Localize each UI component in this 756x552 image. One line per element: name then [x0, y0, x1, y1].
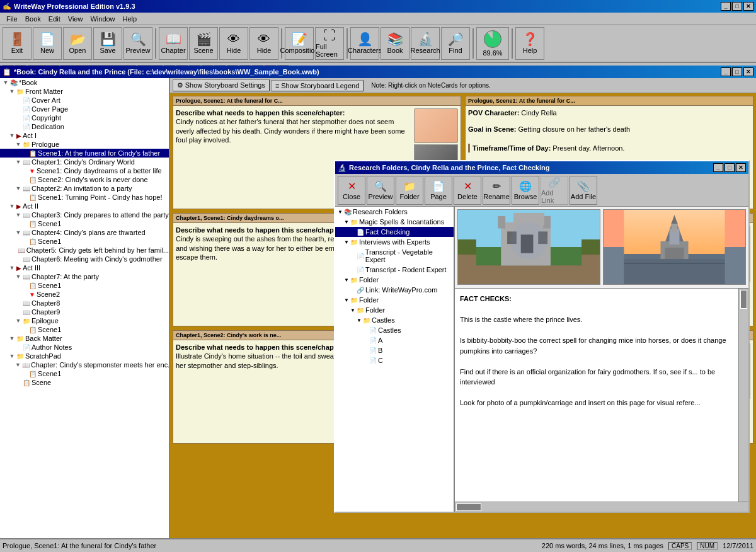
rt-item-folder1[interactable]: ▼ 📁 Folder	[335, 275, 454, 285]
research-minimize-button[interactable]: _	[713, 163, 723, 172]
hide2-button[interactable]: 👁 Hide	[249, 27, 278, 60]
menu-file[interactable]: File	[3, 14, 21, 24]
rt-item-folder2[interactable]: ▼ 📁 Folder	[335, 295, 454, 305]
scene-button[interactable]: 🎬 Scene	[189, 27, 218, 60]
help-button[interactable]: ❓ Help	[515, 27, 544, 60]
menu-view[interactable]: View	[64, 14, 87, 24]
fullscreen-button[interactable]: ⛶ Full Screen	[315, 27, 344, 60]
rt-item-interviews[interactable]: ▼ 📁 Interviews with Experts	[335, 237, 454, 247]
research-preview-btn[interactable]: 🔍 Preview	[367, 176, 394, 205]
research-maximize-button[interactable]: □	[724, 163, 735, 172]
tree-item-act2[interactable]: ▼ ▶ Act II	[0, 202, 169, 210]
menu-help[interactable]: Help	[119, 14, 141, 24]
tree-item-act3[interactable]: ▼ ▶ Act III	[0, 263, 169, 272]
rt-item-link[interactable]: 🔗 Link: WriteWayPro.com	[335, 285, 454, 295]
tree-item-ch4[interactable]: ▼ 📖 Chapter4: Cindy's plans are thwarted	[0, 228, 169, 237]
save-button[interactable]: 💾 Save	[93, 27, 122, 60]
rt-item-magic[interactable]: ▼ 📁 Magic Spells & Incantations	[335, 217, 454, 227]
tree-item-epilogue[interactable]: ▼ 📁 Epilogue	[0, 316, 169, 325]
tree-item-ch6[interactable]: 📖 Chapter6: Meeting with Cindy's godmoth…	[0, 255, 169, 263]
tree-item-prologue[interactable]: ▼ 📁 Prologue	[0, 140, 169, 149]
tree-item-ch1[interactable]: ▼ 📖 Chapter1: Cindy's Ordinary World	[0, 158, 169, 166]
chapter-button[interactable]: 📖 Chapter	[159, 27, 188, 60]
toolbar-separator-5	[512, 28, 513, 59]
exit-button[interactable]: 🚪 Exit	[3, 27, 32, 60]
open-button[interactable]: 📂 Open	[63, 27, 92, 60]
rt-item-c[interactable]: 📄 C	[335, 355, 454, 365]
tree-item-ch9[interactable]: 📖 Chapter9	[0, 308, 169, 316]
research-text-content[interactable]: FACT CHECKS: This is the castle where th…	[455, 289, 738, 502]
rt-item-root[interactable]: ▼ 📚 Research Folders	[335, 207, 454, 217]
tree-item-copyright[interactable]: 📄 Copyright	[0, 113, 169, 122]
characters-button[interactable]: 👤 Characters	[350, 27, 379, 60]
book-button[interactable]: 📚 Book	[381, 27, 410, 60]
tree-item-sp-scene[interactable]: 📋 Scene	[0, 378, 169, 387]
rt-item-folder3[interactable]: ▼ 📁 Folder	[335, 305, 454, 315]
minimize-button[interactable]: _	[721, 2, 731, 11]
menu-book[interactable]: Book	[21, 14, 45, 24]
close-button[interactable]: ✕	[743, 2, 753, 11]
tree-item-ch1-s2[interactable]: 📋 Scene2: Cindy's work is never done	[0, 175, 169, 184]
rt-item-b[interactable]: 📄 B	[335, 345, 454, 355]
hide1-button[interactable]: 👁 Hide	[219, 27, 248, 60]
tree-item-coverpage[interactable]: 📄 Cover Page	[0, 105, 169, 113]
rt-item-a[interactable]: 📄 A	[335, 335, 454, 345]
tree-item-ch3[interactable]: ▼ 📖 Chapter3: Cindy prepares to attend t…	[0, 210, 169, 219]
research-delete-btn[interactable]: ✕ Delete	[454, 176, 481, 205]
tree-item-ch4-s1[interactable]: 📋 Scene1	[0, 237, 169, 246]
doc-minimize-button[interactable]: _	[721, 67, 731, 76]
tree-item-ch7-s2[interactable]: ▼ Scene2	[0, 290, 169, 299]
research-close-button[interactable]: ✕	[736, 163, 746, 172]
show-settings-button[interactable]: ⚙ Show Storyboard Settings	[173, 79, 270, 91]
tree-item-ch2[interactable]: ▼ 📖 Chapter2: An invitation to a party	[0, 184, 169, 193]
new-button[interactable]: 📄 New	[33, 27, 62, 60]
properties-label: 89.6%	[483, 49, 502, 57]
tree-item-ep-s1[interactable]: 📋 Scene1	[0, 325, 169, 334]
tree-item-ch3-s1[interactable]: 📋 Scene1	[0, 219, 169, 228]
research-vertical-scrollbar[interactable]	[738, 289, 748, 502]
tree-item-scratchpad[interactable]: ▼ 📁 ScratchPad	[0, 352, 169, 360]
properties-button[interactable]: 89.6%	[476, 27, 509, 60]
doc-close-button[interactable]: ✕	[743, 67, 753, 76]
tree-item-coverart[interactable]: 📄 Cover Art	[0, 96, 169, 105]
tree-item-ch7[interactable]: ▼ 📖 Chapter7: At the party	[0, 272, 169, 281]
tree-item-sp-s1[interactable]: 📋 Scene1	[0, 369, 169, 378]
research-folder-btn[interactable]: 📁 Folder	[396, 176, 423, 205]
composition-button[interactable]: 📝 Composition	[285, 27, 314, 60]
research-horizontal-scrollbar[interactable]	[455, 502, 748, 512]
maximize-button[interactable]: □	[732, 2, 742, 11]
rt-item-factcheck[interactable]: 📄 Fact Checking	[335, 227, 454, 237]
research-addlink-btn[interactable]: 🔗 Add Link	[541, 176, 568, 205]
research-rename-btn[interactable]: ✏ Rename	[483, 176, 510, 205]
tree-item-ch2-s1[interactable]: 📋 Scene1: Turning Point - Cindy has hope…	[0, 193, 169, 202]
tree-item-ch7-s1[interactable]: 📋 Scene1	[0, 281, 169, 290]
tree-item-act1[interactable]: ▼ ▶ Act I	[0, 131, 169, 140]
tree-item-ch1-s1[interactable]: ▼ Scene1: Cindy daydreams of a better li…	[0, 166, 169, 175]
tree-item-book[interactable]: ▼ 📚 *Book	[0, 78, 169, 87]
preview-button[interactable]: 🔍 Preview	[123, 27, 152, 60]
research-page-btn[interactable]: 📄 Page	[425, 176, 452, 205]
show-legend-button[interactable]: ≡ Show Storyboard Legend	[271, 80, 364, 91]
tree-item-scene1-funeral[interactable]: 📋 Scene1: At the funeral for Cindy's fat…	[0, 149, 169, 158]
tree-item-authornotes[interactable]: 📄 Author Notes	[0, 343, 169, 352]
research-browse-btn[interactable]: 🌐 Browse	[512, 176, 539, 205]
menu-edit[interactable]: Edit	[45, 14, 64, 24]
research-addfile-btn[interactable]: 📎 Add File	[570, 176, 597, 205]
app-title: WriteWay Professional Edition v1.9.3	[14, 3, 135, 10]
tree-item-frontmatter[interactable]: ▼ 📁 Front Matter	[0, 87, 169, 96]
research-button[interactable]: 🔬 Research	[411, 27, 440, 60]
tree-item-sp-ch[interactable]: ▼ 📖 Chapter: Cindy's stepmonster meets h…	[0, 360, 169, 369]
rt-item-rodentexpert[interactable]: 📄 Transcript - Rodent Expert	[335, 265, 454, 275]
menu-window[interactable]: Window	[86, 14, 118, 24]
doc-maximize-button[interactable]: □	[732, 67, 742, 76]
tree-item-ch8[interactable]: 📖 Chapter8	[0, 299, 169, 308]
rt-item-castles-folder[interactable]: ▼ 📁 Castles	[335, 315, 454, 325]
research-image-mont	[603, 209, 746, 285]
tree-item-backmatter[interactable]: ▼ 📁 Back Matter	[0, 334, 169, 343]
rt-item-vegexpert[interactable]: 📄 Transcript - Vegetable Expert	[335, 247, 454, 265]
rt-item-castles-page[interactable]: 📄 Castles	[335, 325, 454, 335]
tree-item-ch5[interactable]: 📖 Chapter5: Cindy gets left behind by he…	[0, 246, 169, 255]
tree-item-dedication[interactable]: 📄 Dedication	[0, 122, 169, 131]
research-close-btn[interactable]: ✕ Close	[338, 176, 365, 205]
find-button[interactable]: 🔎 Find	[441, 27, 470, 60]
